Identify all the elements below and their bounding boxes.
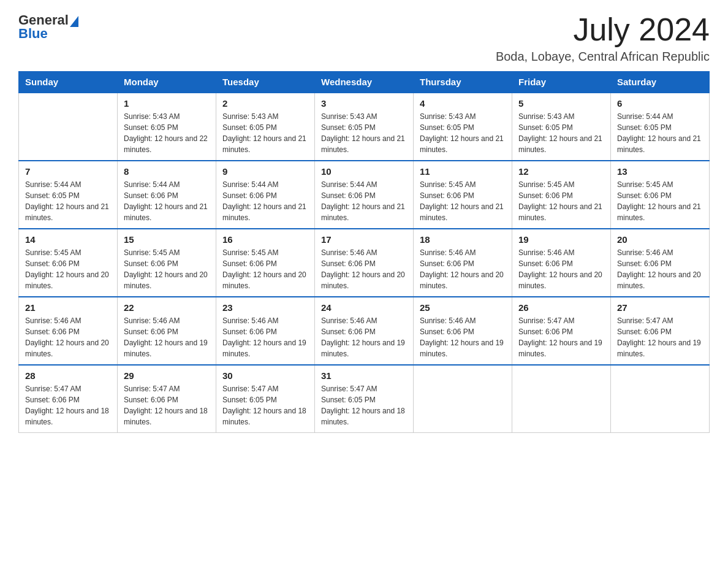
logo-blue-text: Blue [18,26,78,42]
day-number: 12 [518,166,604,177]
page-header: General Blue July 2024 Boda, Lobaye, Cen… [18,12,710,64]
calendar-cell: 3Sunrise: 5:43 AMSunset: 6:05 PMDaylight… [315,93,414,161]
day-number: 23 [222,302,308,313]
calendar-week-row-3: 14Sunrise: 5:45 AMSunset: 6:06 PMDayligh… [19,229,710,297]
day-info: Sunrise: 5:46 AMSunset: 6:06 PMDaylight:… [420,315,506,359]
day-number: 10 [321,166,407,177]
calendar-week-row-1: 1Sunrise: 5:43 AMSunset: 6:05 PMDaylight… [19,93,710,161]
calendar-cell: 5Sunrise: 5:43 AMSunset: 6:05 PMDaylight… [512,93,611,161]
day-info: Sunrise: 5:45 AMSunset: 6:06 PMDaylight:… [222,247,308,291]
calendar-cell: 21Sunrise: 5:46 AMSunset: 6:06 PMDayligh… [19,297,118,365]
calendar-cell: 27Sunrise: 5:47 AMSunset: 6:06 PMDayligh… [611,297,710,365]
logo: General Blue [18,12,78,42]
day-info: Sunrise: 5:47 AMSunset: 6:06 PMDaylight:… [617,315,703,359]
day-info: Sunrise: 5:43 AMSunset: 6:05 PMDaylight:… [222,111,308,155]
calendar-cell: 31Sunrise: 5:47 AMSunset: 6:05 PMDayligh… [315,365,414,433]
day-number: 16 [222,234,308,245]
location-subtitle: Boda, Lobaye, Central African Republic [496,50,710,64]
calendar-cell: 1Sunrise: 5:43 AMSunset: 6:05 PMDaylight… [118,93,216,161]
day-info: Sunrise: 5:47 AMSunset: 6:06 PMDaylight:… [124,383,210,427]
month-year-title: July 2024 [496,12,710,47]
day-info: Sunrise: 5:46 AMSunset: 6:06 PMDaylight:… [617,247,703,291]
day-info: Sunrise: 5:46 AMSunset: 6:06 PMDaylight:… [321,247,407,291]
day-number: 3 [321,98,407,109]
calendar-cell: 2Sunrise: 5:43 AMSunset: 6:05 PMDaylight… [216,93,315,161]
calendar-cell: 24Sunrise: 5:46 AMSunset: 6:06 PMDayligh… [315,297,414,365]
day-info: Sunrise: 5:45 AMSunset: 6:06 PMDaylight:… [25,247,111,291]
day-info: Sunrise: 5:45 AMSunset: 6:06 PMDaylight:… [617,179,703,223]
day-number: 9 [222,166,308,177]
calendar-week-row-4: 21Sunrise: 5:46 AMSunset: 6:06 PMDayligh… [19,297,710,365]
day-number: 24 [321,302,407,313]
calendar-cell: 11Sunrise: 5:45 AMSunset: 6:06 PMDayligh… [414,161,512,229]
weekday-header-saturday: Saturday [611,72,710,93]
calendar-cell [512,365,611,433]
calendar-cell: 28Sunrise: 5:47 AMSunset: 6:06 PMDayligh… [19,365,118,433]
calendar-cell: 4Sunrise: 5:43 AMSunset: 6:05 PMDaylight… [414,93,512,161]
day-number: 28 [25,370,111,381]
day-number: 27 [617,302,703,313]
day-number: 17 [321,234,407,245]
calendar-week-row-2: 7Sunrise: 5:44 AMSunset: 6:05 PMDaylight… [19,161,710,229]
day-number: 8 [124,166,210,177]
day-number: 26 [518,302,604,313]
day-info: Sunrise: 5:46 AMSunset: 6:06 PMDaylight:… [420,247,506,291]
day-info: Sunrise: 5:46 AMSunset: 6:06 PMDaylight:… [321,315,407,359]
day-info: Sunrise: 5:44 AMSunset: 6:05 PMDaylight:… [617,111,703,155]
calendar-cell: 10Sunrise: 5:44 AMSunset: 6:06 PMDayligh… [315,161,414,229]
calendar-cell: 18Sunrise: 5:46 AMSunset: 6:06 PMDayligh… [414,229,512,297]
day-number: 15 [124,234,210,245]
calendar-cell [611,365,710,433]
day-info: Sunrise: 5:44 AMSunset: 6:06 PMDaylight:… [124,179,210,223]
calendar-cell: 17Sunrise: 5:46 AMSunset: 6:06 PMDayligh… [315,229,414,297]
day-info: Sunrise: 5:43 AMSunset: 6:05 PMDaylight:… [124,111,210,155]
day-number: 29 [124,370,210,381]
calendar-header-row: SundayMondayTuesdayWednesdayThursdayFrid… [19,72,710,93]
weekday-header-wednesday: Wednesday [315,72,414,93]
day-info: Sunrise: 5:45 AMSunset: 6:06 PMDaylight:… [420,179,506,223]
day-info: Sunrise: 5:44 AMSunset: 6:05 PMDaylight:… [25,179,111,223]
day-number: 30 [222,370,308,381]
day-number: 20 [617,234,703,245]
calendar-cell: 13Sunrise: 5:45 AMSunset: 6:06 PMDayligh… [611,161,710,229]
day-number: 11 [420,166,506,177]
calendar-cell: 7Sunrise: 5:44 AMSunset: 6:05 PMDaylight… [19,161,118,229]
day-number: 31 [321,370,407,381]
day-number: 7 [25,166,111,177]
calendar-cell: 20Sunrise: 5:46 AMSunset: 6:06 PMDayligh… [611,229,710,297]
day-info: Sunrise: 5:43 AMSunset: 6:05 PMDaylight:… [518,111,604,155]
calendar-cell: 22Sunrise: 5:46 AMSunset: 6:06 PMDayligh… [118,297,216,365]
weekday-header-thursday: Thursday [414,72,512,93]
day-info: Sunrise: 5:44 AMSunset: 6:06 PMDaylight:… [321,179,407,223]
day-info: Sunrise: 5:46 AMSunset: 6:06 PMDaylight:… [124,315,210,359]
calendar-cell: 12Sunrise: 5:45 AMSunset: 6:06 PMDayligh… [512,161,611,229]
weekday-header-tuesday: Tuesday [216,72,315,93]
calendar-cell: 6Sunrise: 5:44 AMSunset: 6:05 PMDaylight… [611,93,710,161]
day-info: Sunrise: 5:43 AMSunset: 6:05 PMDaylight:… [321,111,407,155]
calendar-cell: 26Sunrise: 5:47 AMSunset: 6:06 PMDayligh… [512,297,611,365]
day-number: 1 [124,98,210,109]
day-info: Sunrise: 5:47 AMSunset: 6:05 PMDaylight:… [321,383,407,427]
calendar-cell: 16Sunrise: 5:45 AMSunset: 6:06 PMDayligh… [216,229,315,297]
day-info: Sunrise: 5:43 AMSunset: 6:05 PMDaylight:… [420,111,506,155]
title-section: July 2024 Boda, Lobaye, Central African … [496,12,710,64]
day-number: 6 [617,98,703,109]
day-info: Sunrise: 5:46 AMSunset: 6:06 PMDaylight:… [25,315,111,359]
day-number: 13 [617,166,703,177]
day-number: 14 [25,234,111,245]
calendar-cell: 25Sunrise: 5:46 AMSunset: 6:06 PMDayligh… [414,297,512,365]
calendar-cell: 19Sunrise: 5:46 AMSunset: 6:06 PMDayligh… [512,229,611,297]
day-info: Sunrise: 5:47 AMSunset: 6:05 PMDaylight:… [222,383,308,427]
day-number: 21 [25,302,111,313]
day-info: Sunrise: 5:45 AMSunset: 6:06 PMDaylight:… [518,179,604,223]
calendar-cell: 30Sunrise: 5:47 AMSunset: 6:05 PMDayligh… [216,365,315,433]
calendar-cell: 9Sunrise: 5:44 AMSunset: 6:06 PMDaylight… [216,161,315,229]
day-number: 19 [518,234,604,245]
day-number: 5 [518,98,604,109]
calendar-cell: 15Sunrise: 5:45 AMSunset: 6:06 PMDayligh… [118,229,216,297]
day-info: Sunrise: 5:46 AMSunset: 6:06 PMDaylight:… [222,315,308,359]
day-info: Sunrise: 5:47 AMSunset: 6:06 PMDaylight:… [518,315,604,359]
calendar-cell: 29Sunrise: 5:47 AMSunset: 6:06 PMDayligh… [118,365,216,433]
day-number: 25 [420,302,506,313]
calendar-cell [414,365,512,433]
